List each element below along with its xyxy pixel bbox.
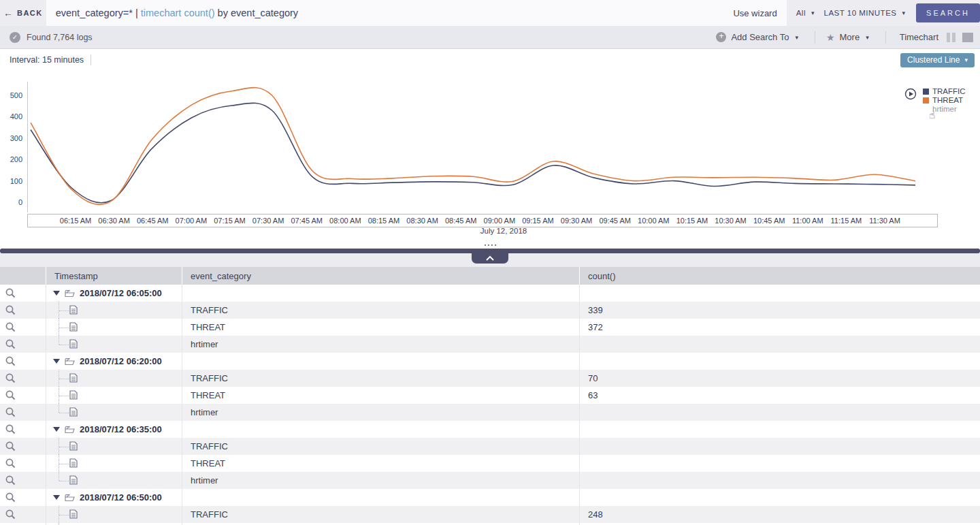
- svg-text:0: 0: [18, 198, 22, 206]
- chevron-down-icon[interactable]: ▾: [902, 10, 905, 16]
- event-category-value: TRAFFIC: [182, 509, 228, 520]
- group-timestamp: 2018/07/12 06:05:00: [80, 288, 162, 298]
- add-search-to-button[interactable]: + Add Search To ▾: [708, 32, 812, 42]
- svg-text:300: 300: [10, 134, 22, 142]
- search-log-icon[interactable]: [5, 492, 16, 503]
- x-axis-tick: 08:00 AM: [329, 217, 361, 225]
- table-row[interactable]: TRAFFIC: [0, 438, 980, 455]
- hand-cursor-icon: ☝: [929, 109, 935, 121]
- tree-line: [59, 336, 59, 345]
- header-count[interactable]: count(): [580, 267, 980, 285]
- search-log-icon[interactable]: [5, 424, 16, 434]
- svg-text:100: 100: [10, 177, 22, 185]
- table-row[interactable]: TRAFFIC339: [0, 302, 980, 319]
- tree-line: [59, 345, 69, 345]
- x-axis-tick: 08:45 AM: [445, 217, 476, 225]
- search-query-input[interactable]: event_category=* | timechart count() by …: [46, 0, 787, 26]
- table-row[interactable]: hrtimer: [0, 472, 980, 489]
- x-axis-tick: 09:15 AM: [522, 217, 553, 225]
- search-log-icon[interactable]: [5, 373, 16, 383]
- table-row[interactable]: THREAT63: [0, 387, 980, 404]
- interval-label: Interval: 15 minutes: [10, 55, 84, 65]
- search-log-icon[interactable]: [5, 288, 16, 298]
- search-query-text: event_category=* | timechart count() by …: [56, 7, 725, 18]
- table-row-group[interactable]: 2018/07/12 06:20:00: [0, 353, 980, 370]
- table-row[interactable]: THREAT: [0, 455, 980, 472]
- chevron-down-icon: ▾: [795, 34, 798, 41]
- x-axis-tick: 09:45 AM: [599, 217, 630, 225]
- check-circle-icon: ✓: [10, 32, 20, 43]
- x-axis-tick: 06:30 AM: [98, 217, 129, 225]
- search-log-icon[interactable]: [5, 356, 16, 366]
- count-value: 70: [580, 373, 598, 383]
- chevron-up-icon: [485, 255, 495, 261]
- search-button[interactable]: SEARCH: [916, 3, 980, 22]
- legend-swatch-icon: [923, 89, 929, 95]
- search-log-icon[interactable]: [5, 441, 16, 451]
- tree-line: [59, 472, 59, 481]
- log-document-icon: [69, 475, 78, 485]
- scope-dropdown[interactable]: All: [796, 9, 806, 17]
- folder-icon: [65, 357, 75, 366]
- search-log-icon[interactable]: [5, 322, 16, 332]
- legend-item-threat[interactable]: THREAT: [923, 96, 966, 105]
- table-row-group[interactable]: 2018/07/12 06:05:00: [0, 285, 980, 302]
- search-log-icon[interactable]: [5, 305, 16, 315]
- svg-text:400: 400: [10, 112, 22, 121]
- table-header-row: Timestamp event_category count(): [0, 267, 980, 285]
- legend-swatch-icon: [923, 97, 929, 104]
- tree-line: [59, 464, 69, 464]
- x-axis-tick: 08:30 AM: [406, 217, 438, 225]
- log-document-icon: [69, 305, 78, 315]
- table-row-group[interactable]: 2018/07/12 06:50:00: [0, 489, 980, 506]
- table-row[interactable]: TRAFFIC70: [0, 370, 980, 387]
- count-value: 63: [580, 390, 598, 400]
- search-log-icon[interactable]: [5, 458, 16, 468]
- table-body: 2018/07/12 06:05:00TRAFFIC339THREAT372hr…: [0, 285, 980, 525]
- expand-collapse-triangle-icon[interactable]: [53, 291, 60, 296]
- back-arrow-icon: ←: [3, 7, 13, 18]
- header-event-category[interactable]: event_category: [182, 267, 580, 285]
- top-search-bar: ← BACK event_category=* | timechart coun…: [0, 0, 980, 26]
- plus-circle-icon: +: [716, 32, 726, 42]
- time-range-dropdown[interactable]: LAST 10 MINUTES: [823, 9, 896, 17]
- count-value: 372: [580, 322, 603, 332]
- columns-view-icon[interactable]: [947, 33, 956, 42]
- header-timestamp[interactable]: Timestamp: [46, 267, 182, 285]
- grid-view-icon[interactable]: [962, 33, 973, 42]
- x-axis-tick: 07:00 AM: [176, 217, 207, 225]
- expand-collapse-triangle-icon[interactable]: [53, 359, 60, 364]
- table-row-group[interactable]: 2018/07/12 06:35:00: [0, 421, 980, 438]
- chevron-down-icon: ▾: [964, 57, 968, 63]
- back-button[interactable]: ← BACK: [0, 0, 46, 26]
- expand-collapse-triangle-icon[interactable]: [53, 495, 60, 500]
- star-icon: ★: [826, 32, 835, 43]
- table-row[interactable]: TRAFFIC248: [0, 506, 980, 523]
- chevron-down-icon: ▾: [866, 34, 869, 41]
- table-row[interactable]: hrtimer: [0, 404, 980, 421]
- search-log-icon[interactable]: [5, 339, 16, 349]
- timechart: 0100200300400500 TRAFFICTHREAThrtimer ☝ …: [0, 71, 980, 249]
- chevron-down-icon[interactable]: ▾: [811, 10, 815, 16]
- tree-line: [59, 396, 69, 396]
- status-bar-actions: + Add Search To ▾ ★ More ▾ Timechart: [708, 31, 973, 44]
- use-wizard-link[interactable]: Use wizard: [733, 8, 777, 18]
- table-row[interactable]: hrtimer: [0, 336, 980, 353]
- search-log-icon[interactable]: [5, 475, 16, 486]
- expand-collapse-triangle-icon[interactable]: [53, 427, 60, 432]
- found-logs-text: Found 7,764 logs: [27, 33, 93, 42]
- table-row[interactable]: THREAT372: [0, 319, 980, 336]
- event-category-value: THREAT: [182, 458, 225, 468]
- more-button[interactable]: ★ More ▾: [818, 32, 883, 43]
- collapse-chart-button[interactable]: [472, 253, 508, 264]
- group-timestamp: 2018/07/12 06:20:00: [80, 356, 162, 366]
- search-log-icon[interactable]: [5, 509, 16, 520]
- play-button[interactable]: [904, 88, 917, 100]
- log-document-icon: [69, 509, 78, 519]
- search-log-icon[interactable]: [5, 390, 16, 400]
- time-axis-band[interactable]: 06:15 AM06:30 AM06:45 AM07:00 AM07:15 AM…: [27, 214, 938, 227]
- legend-item-traffic[interactable]: TRAFFIC: [923, 87, 966, 96]
- search-log-icon[interactable]: [5, 407, 16, 417]
- timechart-plot[interactable]: 0100200300400500: [0, 71, 980, 215]
- chart-type-dropdown[interactable]: Clustered Line ▾: [900, 53, 975, 67]
